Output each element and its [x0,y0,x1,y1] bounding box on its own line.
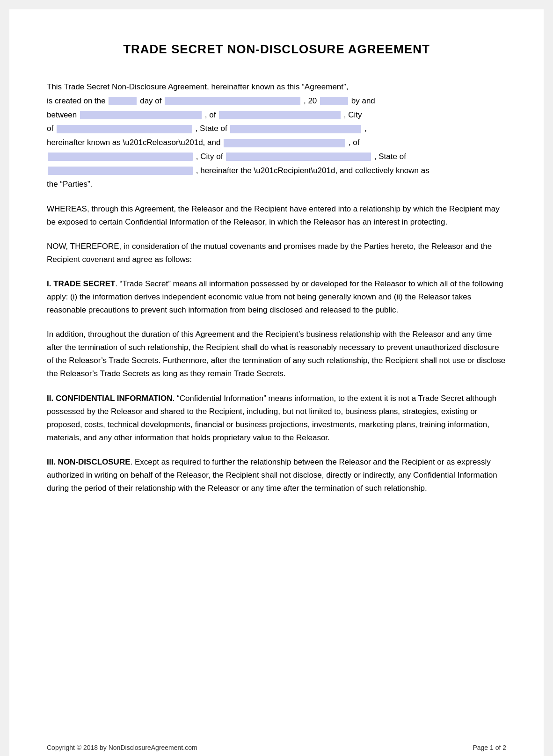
section1-text: . “Trade Secret” means all information p… [47,279,503,314]
intro-line2-mid: day of [140,96,161,105]
intro-parties: the “Parties”. [47,180,92,189]
intro-comma1: , [364,124,367,133]
footer-page: Page 1 of 2 [473,744,506,751]
intro-city-of: , City of [196,152,223,161]
whereas-paragraph: WHEREAS, through this Agreement, the Rel… [47,203,506,229]
section2-paragraph: II. CONFIDENTIAL INFORMATION. “Confident… [47,392,506,444]
intro-line3-pre: between [47,110,77,119]
section1b-paragraph: In addition, throughout the duration of … [47,328,506,380]
releasor-city-field[interactable] [57,125,192,133]
now-therefore-paragraph: NOW, THEREFORE, in consideration of the … [47,240,506,266]
section1-heading: I. TRADE SECRET [47,279,115,288]
document-page: TRADE SECRET NON-DISCLOSURE AGREEMENT Th… [9,9,544,756]
recipient-state-field[interactable] [48,167,193,175]
recipient-address-field[interactable] [48,153,193,161]
intro-line2-pre: is created on the [47,96,106,105]
releasor-name-field[interactable] [80,111,202,119]
intro-of2: of [47,124,53,133]
intro-state-of: , State of [374,152,406,161]
section3-heading: III. NON-DISCLOSURE [47,458,131,466]
intro-line2-post: by and [351,96,375,105]
intro-of1: , of [205,110,216,119]
intro-line2-year-pre: , 20 [304,96,317,105]
section3-paragraph: III. NON-DISCLOSURE. Except as required … [47,456,506,495]
intro-state-pre: , State of [196,124,227,133]
intro-line1: This Trade Secret Non-Disclosure Agreeme… [47,82,348,91]
year-field[interactable] [320,97,348,105]
releasor-state-field[interactable] [230,125,361,133]
recipient-name-field[interactable] [224,139,345,147]
recipient-city-field[interactable] [226,153,371,161]
intro-of3: , of [349,138,360,147]
section1-paragraph: I. TRADE SECRET. “Trade Secret” means al… [47,277,506,317]
intro-block: This Trade Secret Non-Disclosure Agreeme… [47,80,506,191]
intro-recipient-label: , hereinafter the \u201cRecipient\u201d,… [196,166,429,175]
section2-heading: II. CONFIDENTIAL INFORMATION [47,394,173,403]
document-title: TRADE SECRET NON-DISCLOSURE AGREEMENT [47,42,506,57]
footer-copyright: Copyright © 2018 by NonDisclosureAgreeme… [47,744,197,751]
document-footer: Copyright © 2018 by NonDisclosureAgreeme… [47,744,506,751]
intro-city-post: , City [344,110,362,119]
releasor-address-field[interactable] [219,111,341,119]
month-field[interactable] [165,97,300,105]
day-field[interactable] [109,97,137,105]
intro-releasor-label: hereinafter known as \u201cReleasor\u201… [47,138,220,147]
